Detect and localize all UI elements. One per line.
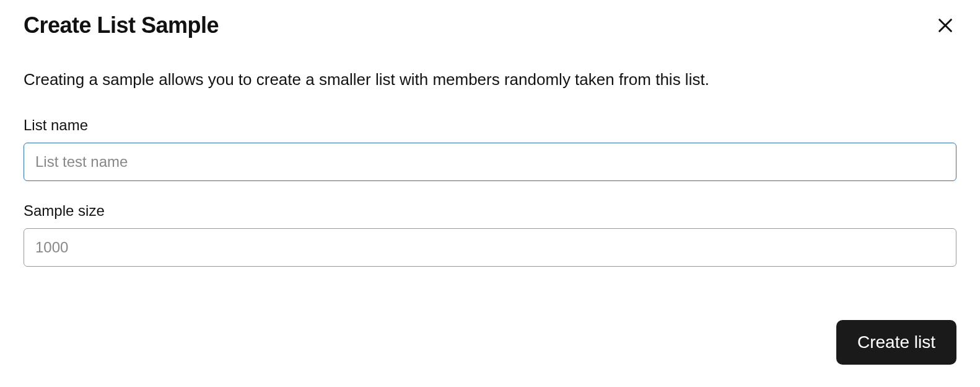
sample-size-group: Sample size [24, 202, 956, 267]
dialog-header: Create List Sample [24, 12, 956, 38]
list-name-label: List name [24, 117, 956, 134]
close-button[interactable] [934, 14, 956, 37]
close-icon [937, 17, 954, 34]
dialog-title: Create List Sample [24, 12, 219, 38]
sample-size-input[interactable] [24, 228, 956, 267]
dialog-footer: Create list [836, 320, 956, 365]
list-name-input[interactable] [24, 143, 956, 181]
dialog-description: Creating a sample allows you to create a… [24, 68, 956, 91]
sample-size-label: Sample size [24, 202, 956, 220]
list-name-group: List name [24, 117, 956, 181]
create-list-button[interactable]: Create list [836, 320, 956, 365]
